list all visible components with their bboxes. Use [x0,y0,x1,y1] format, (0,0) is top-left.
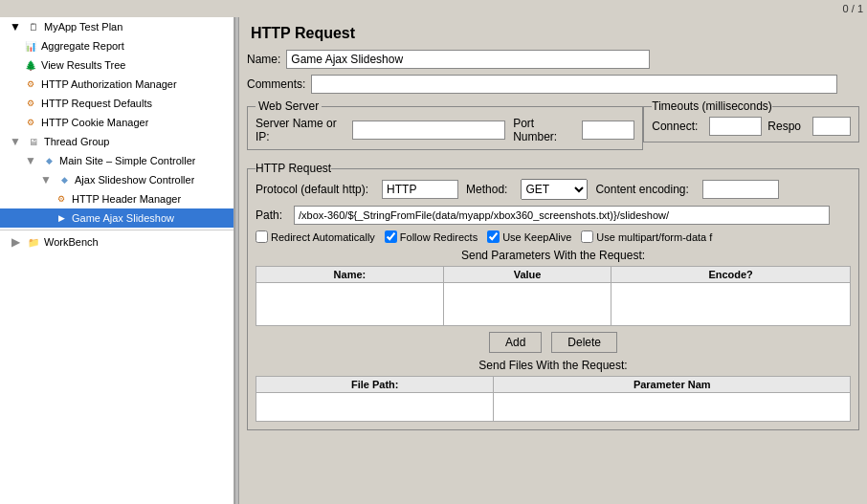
collapse-icon: ▼ [8,19,23,34]
ajax-controller-icon: ◆ [56,172,72,187]
server-name-label: Server Name or IP: [256,117,346,143]
auth-icon: ⚙ [23,77,38,92]
sidebar-item-game-ajax-slideshow[interactable]: ▶ Game Ajax Slideshow [0,208,233,228]
files-section: Send Files With the Request: File Path: … [256,359,851,422]
keepalive-label: Use KeepAlive [502,231,571,243]
workbench-expand-icon: ▶ [8,234,23,250]
sidebar-item-workbench[interactable]: ▶ 📁 WorkBench [0,232,233,252]
files-col-param: Parameter Nam [494,377,851,393]
main-site-icon: ◆ [41,153,56,168]
timeouts-row: Connect: Respo [652,117,851,136]
follow-redirects-label: Follow Redirects [400,231,478,243]
sidebar-label-main-site: Main Site – Simple Controller [59,155,195,166]
params-section: Send Parameters With the Request: Name: … [256,249,851,326]
http-request-legend: HTTP Request [256,162,331,175]
sidebar-label-http-header: HTTP Header Manager [72,193,181,205]
multipart-checkbox-label[interactable]: Use multipart/form-data f [581,230,712,243]
connect-label: Connect: [652,120,698,133]
params-col-encode: Encode? [611,267,851,283]
sidebar-label-view-results: View Results Tree [41,59,125,71]
server-name-input[interactable] [352,121,505,140]
sidebar-item-http-cookie-manager[interactable]: ⚙ HTTP Cookie Manager [0,113,233,132]
webserver-fieldset: Web Server Server Name or IP: Port Numbe… [247,99,643,150]
sidebar-label-testplan: MyApp Test Plan [44,21,122,33]
sidebar: ▼ 🗒 MyApp Test Plan 📊 Aggregate Report 🌲… [0,17,234,504]
redirect-auto-checkbox-label[interactable]: Redirect Automatically [256,230,375,243]
thread-expand-icon: ▼ [8,134,23,149]
defaults-icon: ⚙ [23,96,38,111]
sampler-icon: ▶ [54,210,69,226]
workbench-icon: 📁 [26,234,41,250]
comments-input[interactable] [311,75,837,94]
sidebar-item-http-auth-manager[interactable]: ⚙ HTTP Authorization Manager [0,75,233,94]
method-select[interactable]: GET POST PUT DELETE HEAD OPTIONS [521,179,588,200]
encoding-input[interactable] [702,180,779,199]
sidebar-item-http-request-defaults[interactable]: ⚙ HTTP Request Defaults [0,94,233,113]
params-col-name: Name: [256,267,444,283]
response-label: Respo [767,120,801,133]
method-label: Method: [466,183,507,196]
sidebar-label-ajax-controller: Ajax Slideshow Controller [75,174,194,186]
sidebar-label-http-cookie: HTTP Cookie Manager [41,117,148,128]
cookie-icon: ⚙ [23,115,38,130]
timeouts-legend: Timeouts (milliseconds) [652,99,772,113]
sidebar-item-aggregate-report[interactable]: 📊 Aggregate Report [0,36,233,55]
timeouts-fieldset: Timeouts (milliseconds) Connect: Respo [643,99,859,142]
params-table: Name: Value Encode? [256,266,851,326]
redirect-auto-checkbox[interactable] [256,230,268,243]
ajax-expand-icon: ▼ [38,172,54,187]
sidebar-label-http-auth: HTTP Authorization Manager [41,78,177,90]
add-button[interactable]: Add [489,332,542,353]
protocol-label: Protocol (default http): [256,183,368,196]
main-site-expand-icon: ▼ [23,153,38,168]
follow-redirects-checkbox-label[interactable]: Follow Redirects [385,230,478,243]
testplan-icon: 🗒 [26,19,41,34]
sidebar-item-ajax-slideshow-controller[interactable]: ▼ ◆ Ajax Slideshow Controller [0,170,233,189]
keepalive-checkbox[interactable] [487,230,500,243]
follow-redirects-checkbox[interactable] [385,230,397,243]
sidebar-item-main-site-controller[interactable]: ▼ ◆ Main Site – Simple Controller [0,151,233,170]
name-row: Name: [247,50,859,69]
sidebar-label-aggregate-report: Aggregate Report [41,40,124,52]
header-icon: ⚙ [54,191,69,207]
port-number-label: Port Number: [513,117,576,143]
encoding-label: Content encoding: [595,183,688,196]
params-title: Send Parameters With the Request: [256,249,851,262]
sidebar-item-http-header-manager[interactable]: ⚙ HTTP Header Manager [0,189,233,208]
connect-input[interactable] [709,117,762,136]
files-empty-row [256,393,851,422]
form-area: Name: Comments: Web Server Server Name o… [239,46,867,504]
sidebar-item-testplan[interactable]: ▼ 🗒 MyApp Test Plan [0,17,233,36]
buttons-row: Add Delete [256,332,851,353]
sidebar-label-workbench: WorkBench [44,236,99,248]
main-content: HTTP Request Name: Comments: Web Server … [239,17,867,504]
path-label: Path: [256,208,282,222]
comments-label: Comments: [247,77,305,91]
comments-row: Comments: [247,75,859,94]
sidebar-label-thread-group: Thread Group [44,136,109,147]
name-input[interactable] [286,50,650,69]
path-row: Path: [256,206,851,225]
path-input[interactable] [294,206,830,225]
http-request-fieldset: HTTP Request Protocol (default http): Me… [247,162,859,430]
top-bar-status: 0 / 1 [843,3,863,14]
page-title: HTTP Request [251,25,856,42]
keepalive-checkbox-label[interactable]: Use KeepAlive [487,230,571,243]
files-title: Send Files With the Request: [256,359,851,372]
multipart-checkbox[interactable] [581,230,593,243]
name-label: Name: [247,53,280,66]
redirect-auto-label: Redirect Automatically [271,231,375,243]
view-results-icon: 🌲 [23,57,38,73]
sidebar-item-view-results-tree[interactable]: 🌲 View Results Tree [0,55,233,75]
threadgroup-icon: 🖥 [26,134,41,149]
sidebar-item-thread-group[interactable]: ▼ 🖥 Thread Group [0,132,233,151]
response-input[interactable] [812,117,851,136]
port-number-input[interactable] [582,121,634,140]
delete-button[interactable]: Delete [551,332,617,353]
sidebar-label-http-defaults: HTTP Request Defaults [41,98,152,109]
webserver-row: Server Name or IP: Port Number: [256,117,634,143]
checkboxes-row: Redirect Automatically Follow Redirects … [256,230,851,243]
params-empty-row [256,283,851,326]
protocol-input[interactable] [382,180,458,199]
files-table: File Path: Parameter Nam [256,376,851,422]
